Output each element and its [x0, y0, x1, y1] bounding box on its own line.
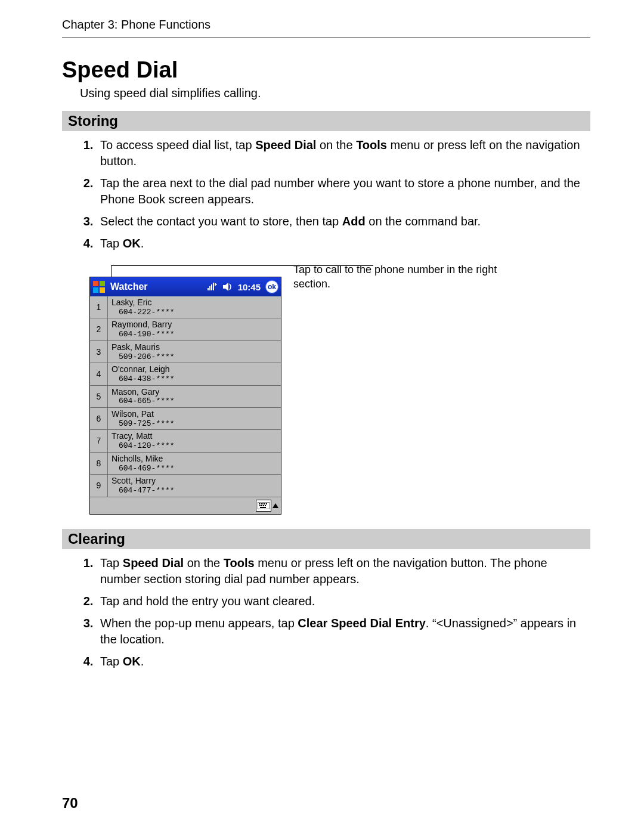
bold-text: Add [342, 215, 366, 228]
svg-rect-9 [266, 503, 267, 504]
contact-phone: 604-665-**** [112, 397, 277, 406]
up-arrow-icon[interactable] [273, 503, 278, 508]
svg-rect-1 [209, 286, 210, 290]
storing-step-3: Select the contact you want to store, th… [97, 213, 590, 230]
callout-leader-line [111, 265, 373, 266]
speed-dial-row[interactable]: 2Raymond, Barry604-190-**** [90, 318, 281, 340]
text: Tap the area next to the dial pad number… [100, 176, 580, 206]
speaker-icon [222, 282, 233, 292]
text: on the command bar. [366, 215, 481, 228]
bold-text: Tools [224, 556, 255, 569]
device-screenshot: Watcher 10:45 ok 1Lasky, Eric604-222-***… [89, 277, 281, 515]
clock-time: 10:45 [238, 282, 261, 292]
ok-button[interactable]: ok [265, 280, 278, 293]
storing-step-1: To access speed dial list, tap Speed Dia… [97, 137, 590, 169]
speed-dial-row[interactable]: 4O'connar, Leigh604-438-**** [90, 363, 281, 385]
speed-dial-slot-number[interactable]: 2 [90, 318, 108, 340]
contact-name: Raymond, Barry [112, 320, 277, 330]
speed-dial-list: 1Lasky, Eric604-222-****2Raymond, Barry6… [90, 296, 281, 497]
contact-name: Lasky, Eric [112, 298, 277, 308]
clearing-step-1: Tap Speed Dial on the Tools menu or pres… [97, 555, 590, 587]
titlebar: Watcher 10:45 ok [90, 277, 281, 296]
contact-phone: 604-477-**** [112, 486, 277, 496]
contact-phone: 509-206-**** [112, 352, 277, 362]
contact-phone: 604-190-**** [112, 330, 277, 339]
contact-name: Mason, Gary [112, 387, 277, 397]
speed-dial-slot-number[interactable]: 6 [90, 408, 108, 429]
text: on the [184, 556, 224, 569]
speed-dial-contact[interactable]: Raymond, Barry604-190-**** [108, 318, 281, 340]
svg-rect-8 [264, 503, 265, 504]
svg-rect-13 [265, 505, 266, 506]
contact-name: Nicholls, Mike [112, 454, 277, 464]
start-icon[interactable] [92, 280, 106, 293]
speed-dial-contact[interactable]: Wilson, Pat509-725-**** [108, 408, 281, 429]
svg-rect-7 [262, 503, 264, 504]
speed-dial-contact[interactable]: Scott, Harry604-477-**** [108, 475, 281, 496]
text: Tap [100, 237, 123, 250]
speed-dial-row[interactable]: 3Pask, Mauris509-206-**** [90, 341, 281, 363]
svg-rect-3 [213, 283, 214, 290]
speed-dial-row[interactable]: 7Tracy, Matt604-120-**** [90, 430, 281, 452]
contact-phone: 509-725-**** [112, 419, 277, 429]
speed-dial-row[interactable]: 5Mason, Gary604-665-**** [90, 386, 281, 408]
contact-name: Tracy, Matt [112, 431, 277, 441]
speed-dial-row[interactable]: 1Lasky, Eric604-222-**** [90, 296, 281, 318]
svg-rect-12 [263, 505, 264, 506]
text: Tap and hold the entry you want cleared. [100, 594, 315, 608]
signal-icon [207, 282, 218, 292]
speed-dial-slot-number[interactable]: 1 [90, 296, 108, 318]
speed-dial-contact[interactable]: Mason, Gary604-665-**** [108, 386, 281, 407]
clearing-step-4: Tap OK. [97, 654, 590, 670]
speed-dial-slot-number[interactable]: 4 [90, 363, 108, 385]
clearing-step-3: When the pop-up menu appears, tap Clear … [97, 615, 590, 648]
speed-dial-slot-number[interactable]: 3 [90, 341, 108, 363]
bold-text: Tools [356, 138, 387, 151]
intro-text: Using speed dial simplifies calling. [80, 86, 590, 100]
storing-step-4: Tap OK. [97, 236, 590, 252]
sip-bar [90, 497, 281, 514]
text: Select the contact you want to store, th… [100, 215, 342, 228]
clearing-steps: Tap Speed Dial on the Tools menu or pres… [80, 555, 590, 670]
contact-name: Wilson, Pat [112, 409, 277, 419]
svg-rect-2 [211, 284, 212, 290]
svg-rect-10 [259, 505, 261, 506]
contact-name: Scott, Harry [112, 476, 277, 486]
speed-dial-row[interactable]: 6Wilson, Pat509-725-**** [90, 408, 281, 430]
section-heading-clearing: Clearing [62, 529, 590, 549]
svg-rect-6 [261, 503, 262, 504]
bold-text: Speed Dial [123, 556, 184, 569]
svg-rect-0 [208, 288, 209, 290]
text: . [141, 655, 144, 668]
chapter-header: Chapter 3: Phone Functions [62, 18, 590, 38]
text: Tap [100, 556, 123, 569]
speed-dial-slot-number[interactable]: 7 [90, 430, 108, 451]
storing-step-2: Tap the area next to the dial pad number… [97, 175, 590, 208]
page-number: 70 [62, 795, 78, 812]
figure: Watcher 10:45 ok 1Lasky, Eric604-222-***… [89, 262, 590, 515]
contact-name: Pask, Mauris [112, 342, 277, 352]
speed-dial-contact[interactable]: Lasky, Eric604-222-**** [108, 296, 281, 318]
speed-dial-slot-number[interactable]: 5 [90, 386, 108, 407]
text: When the pop-up menu appears, tap [100, 617, 298, 630]
speed-dial-row[interactable]: 9Scott, Harry604-477-**** [90, 475, 281, 497]
clearing-step-2: Tap and hold the entry you want cleared. [97, 593, 590, 609]
speed-dial-contact[interactable]: Tracy, Matt604-120-**** [108, 430, 281, 451]
speed-dial-contact[interactable]: Nicholls, Mike604-469-**** [108, 453, 281, 474]
bold-text: OK [123, 655, 141, 668]
bold-text: Speed Dial [255, 138, 316, 151]
keyboard-icon[interactable] [256, 500, 271, 512]
svg-rect-5 [259, 503, 260, 504]
bold-text: OK [123, 237, 141, 250]
contact-phone: 604-120-**** [112, 441, 277, 451]
bold-text: Clear Speed Dial Entry [298, 617, 426, 630]
speed-dial-row[interactable]: 8Nicholls, Mike604-469-**** [90, 453, 281, 475]
text: . [141, 237, 144, 250]
speed-dial-slot-number[interactable]: 8 [90, 453, 108, 474]
section-heading-storing: Storing [62, 111, 590, 131]
speed-dial-contact[interactable]: Pask, Mauris509-206-**** [108, 341, 281, 363]
speed-dial-contact[interactable]: O'connar, Leigh604-438-**** [108, 363, 281, 385]
contact-phone: 604-438-**** [112, 374, 277, 384]
speed-dial-slot-number[interactable]: 9 [90, 475, 108, 496]
callout-text: Tap to call to the phone number in the r… [281, 262, 520, 292]
